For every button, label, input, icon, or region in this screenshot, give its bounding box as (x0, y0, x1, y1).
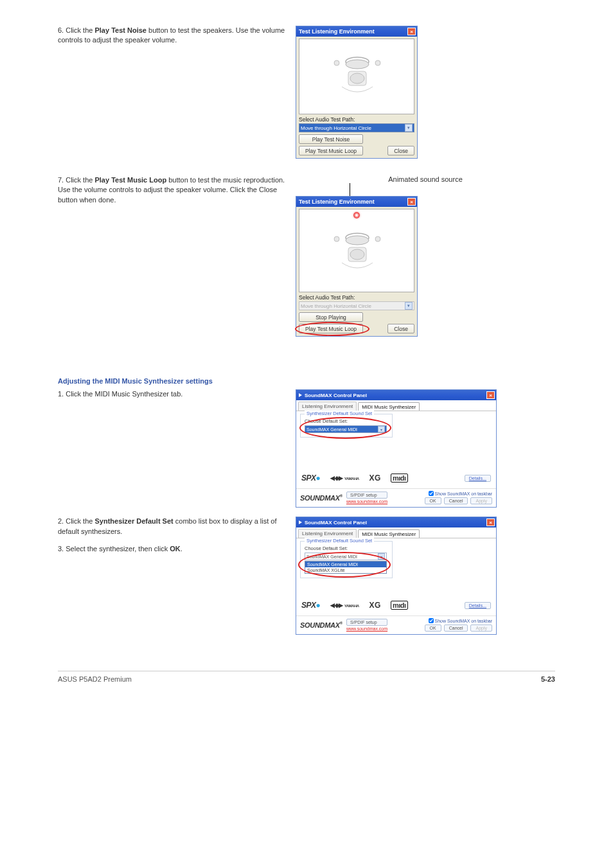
play-test-loop-button[interactable]: Play Test Music Loop (299, 146, 363, 155)
yamaha-logo-icon: ◀◆▶ YAMAHA (330, 475, 359, 481)
svg-point-11 (350, 249, 364, 260)
svg-point-1 (346, 60, 369, 69)
close-icon[interactable]: × (407, 198, 416, 206)
sound-source-caption: Animated sound source (296, 175, 555, 183)
speaker-visualization (299, 209, 414, 292)
taskbar-checkbox[interactable]: Show SoundMAX on taskbar (429, 491, 493, 496)
midi-steps-12: 1. Click the MIDI Music Synthesizer tab. (58, 389, 296, 508)
spx-logo-icon: SPX● (301, 474, 320, 483)
footer-section: ASUS P5AD2 Premium (58, 675, 132, 683)
cancel-button[interactable]: Cancel (444, 497, 468, 504)
step-7-description: 7. Click the Play Test Music Loop button… (58, 175, 296, 337)
midi-logo-icon: mıdı (391, 601, 408, 610)
synth-default-group: Synthesizer Default Sound Set Choose Def… (300, 541, 393, 578)
ok-button[interactable]: OK (425, 624, 441, 632)
svg-point-8 (334, 236, 339, 242)
details-button[interactable]: Details... (465, 475, 491, 482)
close-icon[interactable]: × (407, 28, 416, 35)
soundmax-logo-icon: SOUNDMAX® (300, 621, 342, 629)
spdif-setup-button[interactable]: S/PDIF setup (346, 619, 387, 626)
taskbar-checkbox[interactable]: Show SoundMAX on taskbar (429, 618, 493, 623)
stop-playing-button[interactable]: Stop Playing (299, 312, 363, 322)
close-icon[interactable]: × (486, 391, 495, 399)
tab-listening-environment[interactable]: Listening Environment (298, 402, 357, 411)
soundmax-control-panel-open: SoundMAX Control Panel × Listening Envir… (296, 517, 497, 635)
svg-point-9 (375, 236, 380, 242)
svg-point-7 (346, 236, 369, 245)
step-6-description: 6. Click the Play Test Noise button to t… (58, 26, 296, 49)
audio-path-label: Select Audio Test Path: (299, 116, 414, 123)
synth-default-group: Synthesizer Default Sound Set Choose Def… (300, 414, 393, 438)
spx-logo-icon: SPX● (301, 601, 320, 610)
dialog-title: SoundMAX Control Panel (305, 520, 367, 526)
midi-steps-2: 2. Click the Synthesizer Default Set com… (58, 517, 296, 635)
chevron-down-icon: ▾ (405, 302, 413, 310)
soundmax-control-panel: SoundMAX Control Panel × Listening Envir… (296, 389, 497, 508)
ok-button[interactable]: OK (425, 497, 441, 504)
soundmax-logo-icon: SOUNDMAX® (300, 494, 342, 502)
close-button[interactable]: Close (387, 324, 414, 333)
logo-row: SPX● ◀◆▶ YAMAHA XG mıdı Details... (301, 601, 491, 610)
midi-logo-icon: mıdı (391, 474, 408, 483)
highlight-circle (299, 417, 391, 439)
dialog-title: Test Listening Environment (299, 28, 375, 35)
app-icon (299, 393, 302, 397)
audio-path-select[interactable]: Move through Horizontal Circle ▾ (299, 123, 414, 132)
audio-path-label: Select Audio Test Path: (299, 294, 414, 301)
tab-midi-synth[interactable]: MIDI Music Synthesizer (358, 402, 420, 411)
close-button[interactable]: Close (387, 146, 414, 155)
apply-button: Apply (470, 624, 492, 632)
dialog-titlebar[interactable]: Test Listening Environment × (296, 26, 417, 37)
dialog-title: SoundMAX Control Panel (305, 393, 367, 398)
spdif-setup-button[interactable]: S/PDIF setup (346, 492, 387, 499)
tab-midi-synth[interactable]: MIDI Music Synthesizer (358, 529, 420, 538)
midi-heading: Adjusting the MIDI Music Synthesizer set… (58, 376, 555, 385)
tab-listening-environment[interactable]: Listening Environment (298, 529, 357, 538)
xg-logo-icon: XG (369, 601, 380, 610)
logo-row: SPX● ◀◆▶ YAMAHA XG mıdı Details... (301, 474, 491, 483)
play-test-noise-button[interactable]: Play Test Noise (299, 134, 363, 144)
xg-logo-icon: XG (369, 474, 380, 483)
svg-point-2 (334, 60, 339, 66)
app-icon (299, 520, 302, 524)
close-icon[interactable]: × (486, 518, 495, 526)
audio-path-select: Move through Horizontal Circle ▾ (299, 301, 414, 310)
apply-button: Apply (470, 497, 492, 504)
chevron-down-icon[interactable]: ▾ (405, 124, 413, 132)
svg-point-3 (375, 60, 380, 66)
svg-point-5 (350, 73, 364, 84)
page-number: 5-23 (541, 675, 555, 683)
details-button[interactable]: Details... (465, 602, 491, 609)
test-listening-dialog: Test Listening Environment × Select Aud (296, 26, 418, 159)
dialog-title: Test Listening Environment (299, 199, 375, 205)
highlight-circle (298, 552, 391, 578)
yamaha-logo-icon: ◀◆▶ YAMAHA (330, 602, 359, 608)
soundmax-url[interactable]: www.soundmax.com (346, 626, 387, 631)
highlight-circle (295, 322, 369, 336)
cancel-button[interactable]: Cancel (444, 624, 468, 632)
dialog-titlebar[interactable]: Test Listening Environment × (296, 197, 417, 207)
test-listening-dialog-playing: Test Listening Environment × (296, 196, 418, 337)
speaker-visualization (299, 39, 414, 114)
soundmax-url[interactable]: www.soundmax.com (346, 499, 387, 504)
